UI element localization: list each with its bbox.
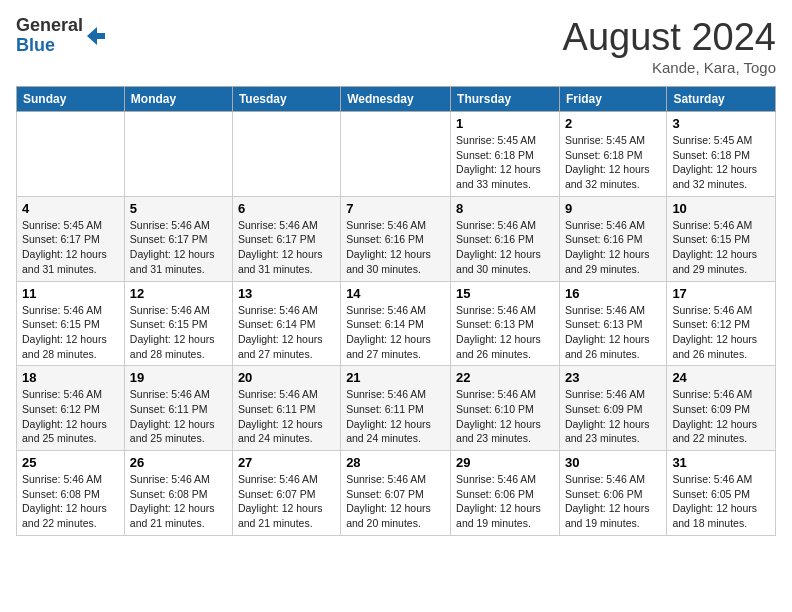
day-info: Sunrise: 5:45 AM Sunset: 6:18 PM Dayligh…	[456, 133, 554, 192]
day-info: Sunrise: 5:46 AM Sunset: 6:16 PM Dayligh…	[346, 218, 445, 277]
day-info: Sunrise: 5:46 AM Sunset: 6:13 PM Dayligh…	[456, 303, 554, 362]
logo-arrow-icon	[85, 25, 107, 47]
calendar-cell: 6Sunrise: 5:46 AM Sunset: 6:17 PM Daylig…	[232, 196, 340, 281]
calendar-cell	[124, 112, 232, 197]
day-number: 5	[130, 201, 227, 216]
calendar-cell: 22Sunrise: 5:46 AM Sunset: 6:10 PM Dayli…	[451, 366, 560, 451]
logo-text: General Blue	[16, 16, 83, 56]
calendar-cell: 5Sunrise: 5:46 AM Sunset: 6:17 PM Daylig…	[124, 196, 232, 281]
day-number: 7	[346, 201, 445, 216]
day-number: 27	[238, 455, 335, 470]
day-info: Sunrise: 5:46 AM Sunset: 6:11 PM Dayligh…	[130, 387, 227, 446]
day-number: 6	[238, 201, 335, 216]
calendar-cell: 27Sunrise: 5:46 AM Sunset: 6:07 PM Dayli…	[232, 451, 340, 536]
day-info: Sunrise: 5:46 AM Sunset: 6:08 PM Dayligh…	[22, 472, 119, 531]
day-info: Sunrise: 5:46 AM Sunset: 6:08 PM Dayligh…	[130, 472, 227, 531]
calendar-cell: 24Sunrise: 5:46 AM Sunset: 6:09 PM Dayli…	[667, 366, 776, 451]
title-block: August 2024 Kande, Kara, Togo	[563, 16, 776, 76]
day-number: 14	[346, 286, 445, 301]
calendar-cell: 9Sunrise: 5:46 AM Sunset: 6:16 PM Daylig…	[559, 196, 666, 281]
calendar-cell: 13Sunrise: 5:46 AM Sunset: 6:14 PM Dayli…	[232, 281, 340, 366]
day-info: Sunrise: 5:46 AM Sunset: 6:16 PM Dayligh…	[565, 218, 661, 277]
day-info: Sunrise: 5:46 AM Sunset: 6:15 PM Dayligh…	[22, 303, 119, 362]
day-number: 1	[456, 116, 554, 131]
day-number: 20	[238, 370, 335, 385]
day-info: Sunrise: 5:46 AM Sunset: 6:06 PM Dayligh…	[456, 472, 554, 531]
day-number: 28	[346, 455, 445, 470]
weekday-header-cell: Wednesday	[341, 87, 451, 112]
day-number: 31	[672, 455, 770, 470]
day-number: 3	[672, 116, 770, 131]
calendar-cell: 16Sunrise: 5:46 AM Sunset: 6:13 PM Dayli…	[559, 281, 666, 366]
day-number: 11	[22, 286, 119, 301]
calendar-cell: 14Sunrise: 5:46 AM Sunset: 6:14 PM Dayli…	[341, 281, 451, 366]
calendar-cell: 26Sunrise: 5:46 AM Sunset: 6:08 PM Dayli…	[124, 451, 232, 536]
day-number: 13	[238, 286, 335, 301]
day-info: Sunrise: 5:46 AM Sunset: 6:14 PM Dayligh…	[238, 303, 335, 362]
calendar-week-row: 1Sunrise: 5:45 AM Sunset: 6:18 PM Daylig…	[17, 112, 776, 197]
day-info: Sunrise: 5:45 AM Sunset: 6:18 PM Dayligh…	[565, 133, 661, 192]
day-number: 19	[130, 370, 227, 385]
logo-general: General	[16, 16, 83, 36]
calendar-body: 1Sunrise: 5:45 AM Sunset: 6:18 PM Daylig…	[17, 112, 776, 536]
day-info: Sunrise: 5:46 AM Sunset: 6:12 PM Dayligh…	[22, 387, 119, 446]
calendar-cell: 11Sunrise: 5:46 AM Sunset: 6:15 PM Dayli…	[17, 281, 125, 366]
calendar-cell	[232, 112, 340, 197]
day-number: 24	[672, 370, 770, 385]
day-number: 16	[565, 286, 661, 301]
calendar-cell: 28Sunrise: 5:46 AM Sunset: 6:07 PM Dayli…	[341, 451, 451, 536]
day-info: Sunrise: 5:45 AM Sunset: 6:17 PM Dayligh…	[22, 218, 119, 277]
calendar-cell: 29Sunrise: 5:46 AM Sunset: 6:06 PM Dayli…	[451, 451, 560, 536]
day-info: Sunrise: 5:46 AM Sunset: 6:13 PM Dayligh…	[565, 303, 661, 362]
calendar-cell: 15Sunrise: 5:46 AM Sunset: 6:13 PM Dayli…	[451, 281, 560, 366]
weekday-header-cell: Monday	[124, 87, 232, 112]
day-info: Sunrise: 5:46 AM Sunset: 6:07 PM Dayligh…	[346, 472, 445, 531]
day-number: 9	[565, 201, 661, 216]
day-number: 22	[456, 370, 554, 385]
month-title: August 2024	[563, 16, 776, 59]
day-number: 30	[565, 455, 661, 470]
calendar-cell: 7Sunrise: 5:46 AM Sunset: 6:16 PM Daylig…	[341, 196, 451, 281]
day-number: 29	[456, 455, 554, 470]
weekday-header-cell: Friday	[559, 87, 666, 112]
day-number: 25	[22, 455, 119, 470]
day-info: Sunrise: 5:46 AM Sunset: 6:10 PM Dayligh…	[456, 387, 554, 446]
calendar-cell	[17, 112, 125, 197]
day-number: 18	[22, 370, 119, 385]
weekday-header-row: SundayMondayTuesdayWednesdayThursdayFrid…	[17, 87, 776, 112]
weekday-header-cell: Tuesday	[232, 87, 340, 112]
calendar-cell: 23Sunrise: 5:46 AM Sunset: 6:09 PM Dayli…	[559, 366, 666, 451]
calendar-cell: 1Sunrise: 5:45 AM Sunset: 6:18 PM Daylig…	[451, 112, 560, 197]
day-info: Sunrise: 5:46 AM Sunset: 6:11 PM Dayligh…	[238, 387, 335, 446]
day-number: 8	[456, 201, 554, 216]
day-number: 12	[130, 286, 227, 301]
calendar-cell: 31Sunrise: 5:46 AM Sunset: 6:05 PM Dayli…	[667, 451, 776, 536]
day-info: Sunrise: 5:46 AM Sunset: 6:09 PM Dayligh…	[565, 387, 661, 446]
weekday-header-cell: Saturday	[667, 87, 776, 112]
day-number: 2	[565, 116, 661, 131]
logo: General Blue	[16, 16, 107, 56]
weekday-header-cell: Thursday	[451, 87, 560, 112]
calendar-cell: 21Sunrise: 5:46 AM Sunset: 6:11 PM Dayli…	[341, 366, 451, 451]
day-info: Sunrise: 5:46 AM Sunset: 6:11 PM Dayligh…	[346, 387, 445, 446]
weekday-header-cell: Sunday	[17, 87, 125, 112]
calendar-cell: 3Sunrise: 5:45 AM Sunset: 6:18 PM Daylig…	[667, 112, 776, 197]
day-info: Sunrise: 5:46 AM Sunset: 6:14 PM Dayligh…	[346, 303, 445, 362]
day-info: Sunrise: 5:46 AM Sunset: 6:12 PM Dayligh…	[672, 303, 770, 362]
day-info: Sunrise: 5:46 AM Sunset: 6:17 PM Dayligh…	[130, 218, 227, 277]
calendar-week-row: 25Sunrise: 5:46 AM Sunset: 6:08 PM Dayli…	[17, 451, 776, 536]
day-number: 4	[22, 201, 119, 216]
page-header: General Blue August 2024 Kande, Kara, To…	[16, 16, 776, 76]
calendar-cell	[341, 112, 451, 197]
day-info: Sunrise: 5:46 AM Sunset: 6:15 PM Dayligh…	[672, 218, 770, 277]
calendar-week-row: 4Sunrise: 5:45 AM Sunset: 6:17 PM Daylig…	[17, 196, 776, 281]
day-number: 10	[672, 201, 770, 216]
location-subtitle: Kande, Kara, Togo	[563, 59, 776, 76]
calendar-cell: 4Sunrise: 5:45 AM Sunset: 6:17 PM Daylig…	[17, 196, 125, 281]
day-info: Sunrise: 5:45 AM Sunset: 6:18 PM Dayligh…	[672, 133, 770, 192]
calendar-cell: 19Sunrise: 5:46 AM Sunset: 6:11 PM Dayli…	[124, 366, 232, 451]
day-number: 26	[130, 455, 227, 470]
calendar-cell: 18Sunrise: 5:46 AM Sunset: 6:12 PM Dayli…	[17, 366, 125, 451]
day-info: Sunrise: 5:46 AM Sunset: 6:17 PM Dayligh…	[238, 218, 335, 277]
day-info: Sunrise: 5:46 AM Sunset: 6:07 PM Dayligh…	[238, 472, 335, 531]
